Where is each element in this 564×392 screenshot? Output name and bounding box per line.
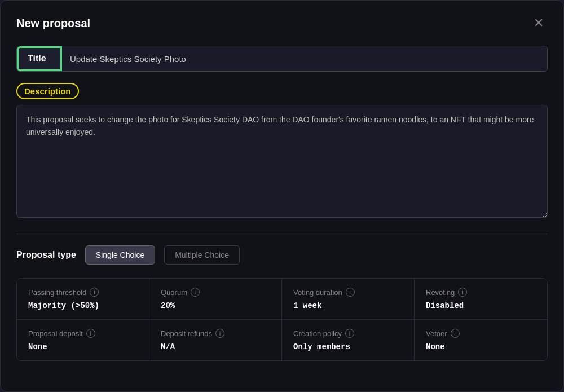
single-choice-button[interactable]: Single Choice (85, 245, 155, 265)
vetoer-info-icon[interactable]: i (451, 329, 460, 338)
title-field-group: Title (16, 46, 548, 72)
passing-threshold-header: Passing threshold i (28, 288, 138, 297)
section-divider (16, 234, 548, 234)
passing-threshold-info-icon[interactable]: i (90, 288, 99, 297)
proposal-deposit-info-icon[interactable]: i (86, 329, 95, 338)
creation-policy-label: Creation policy (293, 329, 342, 338)
revoting-info-icon[interactable]: i (458, 288, 467, 297)
proposal-type-label: Proposal type (16, 250, 76, 260)
revoting-cell: Revoting i Disabled (415, 279, 547, 320)
proposal-deposit-cell: Proposal deposit i None (17, 320, 149, 360)
deposit-refunds-label: Deposit refunds (161, 329, 212, 338)
title-input[interactable] (62, 46, 547, 71)
revoting-value: Disabled (426, 301, 536, 310)
voting-duration-header: Voting duration i (293, 288, 403, 297)
close-button[interactable]: ✕ (530, 14, 548, 32)
vetoer-header: Vetoer i (426, 329, 536, 338)
quorum-value: 20% (161, 301, 270, 310)
deposit-refunds-header: Deposit refunds i (161, 329, 270, 338)
quorum-label: Quorum (161, 288, 187, 297)
revoting-label: Revoting (426, 288, 455, 297)
revoting-header: Revoting i (426, 288, 536, 297)
title-row: Title (16, 46, 548, 72)
description-field-group: Description (16, 83, 548, 220)
modal-header: New proposal ✕ (16, 14, 548, 32)
creation-policy-cell: Creation policy i Only members (282, 320, 415, 360)
deposit-refunds-cell: Deposit refunds i N/A (149, 320, 282, 360)
title-label: Title (17, 46, 62, 71)
creation-policy-info-icon[interactable]: i (345, 329, 354, 338)
voting-duration-value: 1 week (293, 301, 403, 310)
quorum-info-icon[interactable]: i (191, 288, 200, 297)
deposit-refunds-value: N/A (161, 342, 270, 351)
passing-threshold-value: Majority (>50%) (28, 301, 138, 310)
proposal-deposit-header: Proposal deposit i (28, 329, 138, 338)
creation-policy-header: Creation policy i (293, 329, 403, 338)
vetoer-label: Vetoer (426, 329, 447, 338)
quorum-header: Quorum i (161, 288, 270, 297)
proposal-deposit-value: None (28, 342, 138, 351)
multiple-choice-button[interactable]: Multiple Choice (164, 245, 240, 265)
description-textarea[interactable] (16, 105, 548, 218)
passing-threshold-cell: Passing threshold i Majority (>50%) (17, 279, 149, 320)
description-label: Description (16, 83, 79, 99)
vetoer-value: None (426, 342, 536, 351)
voting-duration-info-icon[interactable]: i (346, 288, 355, 297)
deposit-refunds-info-icon[interactable]: i (215, 329, 224, 338)
vetoer-cell: Vetoer i None (415, 320, 547, 360)
passing-threshold-label: Passing threshold (28, 288, 86, 297)
proposal-type-row: Proposal type Single Choice Multiple Cho… (16, 245, 548, 265)
creation-policy-value: Only members (293, 342, 403, 351)
modal-title: New proposal (16, 17, 90, 30)
voting-duration-cell: Voting duration i 1 week (282, 279, 415, 320)
new-proposal-modal: New proposal ✕ Title Description Proposa… (0, 0, 564, 392)
info-grid: Passing threshold i Majority (>50%) Quor… (16, 278, 548, 361)
proposal-deposit-label: Proposal deposit (28, 329, 83, 338)
quorum-cell: Quorum i 20% (149, 279, 282, 320)
voting-duration-label: Voting duration (293, 288, 342, 297)
